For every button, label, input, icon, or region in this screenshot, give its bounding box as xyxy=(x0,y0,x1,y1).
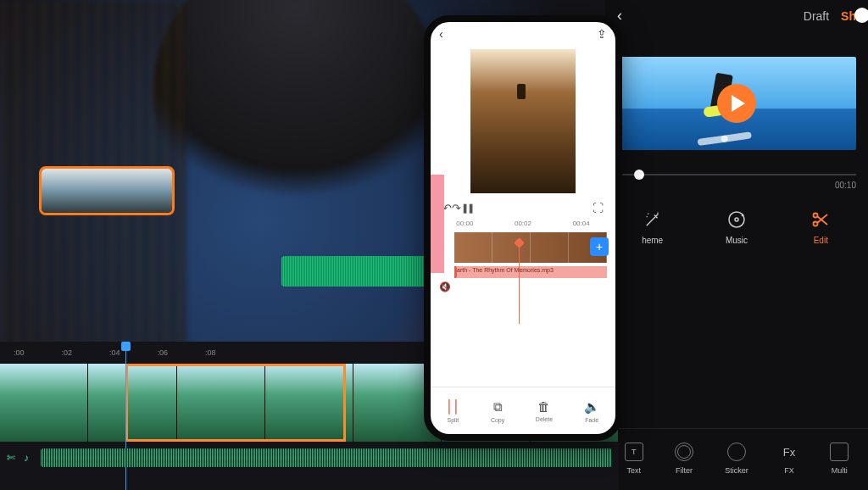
back-icon[interactable]: ‹ xyxy=(617,7,622,25)
tab-edit[interactable]: Edit xyxy=(810,209,832,245)
copy-icon: ⧉ xyxy=(493,399,503,415)
phone-audio-clip[interactable]: arth - The Rhythm Of Memories.mp3 xyxy=(454,266,607,278)
avatar-dot xyxy=(854,8,868,23)
tool-fx[interactable]: FxFX xyxy=(780,443,798,475)
audio-waveform[interactable]: Dreamland xyxy=(41,448,612,467)
sticker-icon xyxy=(727,443,746,461)
disc-icon xyxy=(726,209,748,231)
progress-slider[interactable] xyxy=(617,174,856,175)
scissors-icon[interactable]: ✄ xyxy=(7,452,19,464)
tool-multi[interactable]: Multi xyxy=(830,443,849,475)
fx-icon: Fx xyxy=(780,443,798,461)
fullscreen-icon[interactable]: ⛶ xyxy=(593,202,604,214)
trash-icon: 🗑 xyxy=(537,399,550,414)
phone-mockup: ‹ ⇪ ↶ ↷ ❚❚ ⛶ 00:00 00:02 00:04 🔇 + arth … xyxy=(424,15,622,441)
tool-sticker[interactable]: Sticker xyxy=(725,443,748,475)
tool-filter[interactable]: Filter xyxy=(675,443,693,475)
redo-icon[interactable]: ↷ xyxy=(452,202,461,214)
wand-icon xyxy=(642,209,664,231)
scissors-icon xyxy=(810,209,832,231)
play-icon[interactable] xyxy=(717,84,756,123)
phone-tool-delete[interactable]: 🗑Delete xyxy=(536,399,553,422)
pause-icon[interactable]: ❚❚ xyxy=(461,203,473,214)
svg-point-1 xyxy=(735,218,738,221)
phone-video-clip[interactable]: + xyxy=(454,232,607,263)
music-note-icon: ♪ xyxy=(24,452,36,464)
phone-video-preview[interactable] xyxy=(470,49,576,193)
svg-point-0 xyxy=(729,212,744,227)
phone-trim-handle[interactable] xyxy=(431,175,444,273)
timeline-playhead[interactable] xyxy=(125,342,126,490)
tab-theme[interactable]: heme xyxy=(642,209,664,245)
filter-icon xyxy=(675,443,693,461)
split-icon: ⎮⎮ xyxy=(446,399,459,415)
phone-tool-fade[interactable]: 🔈Fade xyxy=(584,399,600,423)
draft-button[interactable]: Draft xyxy=(804,9,829,23)
add-clip-button[interactable]: + xyxy=(590,237,609,256)
right-editor-panel: ‹ Draft Sh 00:10 heme Music Edit TText F… xyxy=(605,0,868,490)
phone-export-icon[interactable]: ⇪ xyxy=(597,27,607,41)
timeline-audio-track[interactable]: ✄ ♪ Dreamland xyxy=(0,442,619,474)
phone-tool-split[interactable]: ⎮⎮Split xyxy=(446,399,459,423)
video-preview[interactable] xyxy=(617,57,856,150)
floating-clip-thumbnail[interactable] xyxy=(39,166,175,215)
phone-back-icon[interactable]: ‹ xyxy=(439,27,443,41)
layers-icon xyxy=(830,443,849,461)
phone-timeline-ruler: 00:00 00:02 00:04 xyxy=(431,218,615,229)
phone-tool-copy[interactable]: ⧉Copy xyxy=(491,399,504,423)
phone-toolbar: ⎮⎮Split ⧉Copy 🗑Delete 🔈Fade xyxy=(431,387,615,434)
share-button[interactable]: Sh xyxy=(841,9,856,23)
phone-playhead[interactable] xyxy=(519,242,520,324)
time-label: 00:10 xyxy=(605,179,868,190)
tool-text[interactable]: TText xyxy=(625,443,643,475)
fade-icon: 🔈 xyxy=(584,399,600,415)
text-icon: T xyxy=(625,443,643,461)
mute-icon[interactable]: 🔇 xyxy=(439,281,451,292)
tab-music[interactable]: Music xyxy=(726,209,748,245)
